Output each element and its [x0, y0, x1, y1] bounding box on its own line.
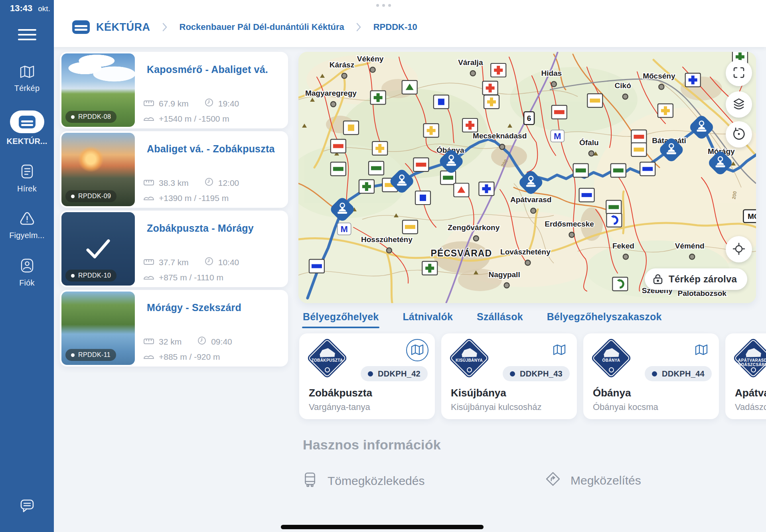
stamp-subtitle: Kisújbányai kulcsosház [451, 402, 541, 412]
breadcrumb-section[interactable]: Rockenbauer Pál Dél-dunántúli Kéktúra [177, 22, 347, 33]
info-column-label: Megközelítés [571, 474, 641, 487]
town-dot [569, 232, 574, 237]
sidebar-item-kektura[interactable]: KEKTÚR... [0, 102, 54, 155]
sidebar-item-label: KEKTÚR... [7, 137, 47, 146]
hills-icon [144, 114, 154, 124]
stamp-card-ap-tva[interactable]: APÁTVARASD-VADÁSZCSÁRDAApátvaVadászc [725, 333, 766, 419]
town-dot [525, 260, 530, 265]
town-dot [623, 254, 628, 259]
route-elevation-value: +885 m / -920 m [159, 352, 220, 362]
town-label: Hosszúhetény [361, 235, 413, 244]
fullscreen-button[interactable] [726, 60, 752, 86]
locate-button[interactable] [726, 236, 752, 262]
blaze-marker-green-stripe [573, 164, 588, 177]
route-card-rpddk-10[interactable]: RPDDK-10Zobákpuszta - Mórágy37.7 km10:40… [60, 211, 288, 287]
svg-text:MÓ: MÓ [748, 212, 756, 221]
layers-button[interactable] [726, 91, 752, 118]
route-card-rpddk-11[interactable]: RPDDK-11Mórágy - Szekszárd32 km09:40+885… [60, 290, 288, 366]
map[interactable]: 200 200 200 KárászVékényVáraljaHidasMőcs… [298, 52, 756, 303]
blaze-marker-green-stripe [369, 162, 384, 175]
blaze-marker-yellow-cross [658, 104, 673, 117]
tab-belyegzohelyszakaszok[interactable]: Bélyegzőhelyszakaszok [546, 311, 663, 328]
map-canvas: 200 200 200 KárászVékényVáraljaHidasMőcs… [298, 52, 756, 303]
stamp-logo-text: APÁTVARASD-VADÁSZCSÁRDA [735, 358, 766, 367]
town-label: Mőcsény [643, 72, 675, 80]
stamp-logo-text: ÓBÁNYA [593, 358, 629, 363]
useful-info-heading: Hasznos információk [303, 437, 441, 453]
tab-belyegzohelyek[interactable]: Bélyegzőhelyek [302, 311, 379, 328]
blaze-marker-blue-cross [479, 182, 494, 195]
town-dot [589, 151, 594, 156]
tab-szallasok[interactable]: Szállások [476, 311, 524, 328]
road-shield: MÓ [743, 210, 756, 223]
breadcrumb-current: RPDDK-10 [371, 22, 420, 33]
sidebar-item-label: Figyelm... [9, 231, 45, 240]
town-label: Kárász [330, 61, 354, 69]
tab-latnivalok[interactable]: Látnivalók [402, 311, 454, 328]
town-dot [551, 81, 557, 87]
stamp-logo: APÁTVARASD-VADÁSZCSÁRDA [732, 337, 766, 380]
blaze-marker-red-cross [491, 63, 506, 77]
route-distance: 32 km [144, 337, 182, 347]
sidebar-item-figyelmeztetesek[interactable]: Figyelm... [0, 202, 54, 249]
multitask-dots[interactable] [376, 4, 391, 7]
reset-rotation-button[interactable] [726, 121, 752, 148]
home-indicator[interactable] [281, 525, 484, 529]
sidebar-item-label: Térkép [14, 84, 39, 93]
map-locked-button[interactable]: Térkép zárolva [645, 268, 747, 290]
svg-text:M: M [341, 224, 348, 234]
town-label: Vékény [357, 55, 384, 63]
show-on-map-button[interactable] [548, 339, 571, 361]
sidebar-item-terkep[interactable]: Térkép [0, 56, 54, 102]
route-photo: RPDDK-09 [61, 133, 135, 206]
chat-button[interactable] [0, 496, 54, 515]
hills-icon [144, 193, 154, 203]
route-duration-value: 09:40 [211, 337, 232, 347]
stamp-card-kis-jb-nya[interactable]: KISÚJBÁNYADDKPH_43KisújbányaKisújbányai … [441, 333, 577, 419]
route-code-badge: RPDDK-10 [65, 270, 116, 282]
route-distance: 38.3 km [144, 178, 189, 188]
fullscreen-icon [733, 67, 745, 80]
blaze-marker-yellow-stripe [587, 94, 602, 107]
blaze-marker-red-stripe [552, 105, 567, 119]
top-bar: KÉKTÚRA Rockenbauer Pál Dél-dunántúli Ké… [54, 0, 766, 47]
blaze-marker-blue-square [434, 95, 449, 108]
route-elevation-value: +1540 m / -1500 m [159, 114, 229, 124]
route-title: Zobákpuszta - Mórágy [147, 223, 254, 234]
route-code-label: RPDDK-11 [78, 351, 111, 359]
route-elevation: +885 m / -920 m [144, 352, 220, 362]
route-card-rpddk-09[interactable]: RPDDK-09Abaliget vá. - Zobákpuszta38.3 k… [60, 131, 288, 208]
route-card-rpddk-08[interactable]: RPDDK-08Kaposmérő - Abaliget vá.67.9 km1… [60, 52, 288, 128]
alert-icon [19, 211, 36, 227]
show-on-map-button[interactable] [690, 339, 713, 361]
info-column-head: Tömegközlekedés [303, 472, 526, 490]
town-dot [659, 84, 664, 89]
stamp-card-zob-kpuszta[interactable]: ZOBÁKPUSZTADDKPH_42ZobákpusztaVargánya-t… [299, 333, 435, 419]
sidebar-item-fiok[interactable]: Fiók [0, 249, 54, 296]
route-stats: 67.9 km19:40 [144, 98, 239, 109]
route-code-badge: RPDDK-11 [65, 349, 116, 361]
stamp-card--b-nya[interactable]: ÓBÁNYADDKPH_44ÓbányaÓbányai kocsma [583, 333, 719, 419]
sidebar-item-hirek[interactable]: Hírek [0, 155, 54, 202]
menu-button[interactable] [0, 29, 54, 41]
route-duration: 12:00 [205, 177, 239, 188]
breadcrumb-root[interactable]: KÉKTÚRA [70, 20, 153, 34]
stamp-logo-emblem [751, 367, 756, 372]
route-icon [546, 472, 560, 489]
chevron-right-icon [162, 23, 168, 32]
blaze-marker-blue-stripe [579, 188, 594, 202]
blaze-marker-red-stripe [631, 130, 646, 144]
route-elevation-stat: +875 m / -1110 m [144, 273, 223, 282]
route-distance-value: 32 km [159, 337, 182, 347]
town-dot [474, 236, 479, 241]
stamp-code-badge: DDKPH_44 [645, 366, 712, 381]
route-code-badge: RPDDK-08 [65, 111, 116, 123]
town-dot [499, 144, 505, 150]
town-label: Véménd [675, 242, 705, 250]
stamp-subtitle: Vargánya-tanya [309, 402, 370, 412]
stamp-logo-emblem [467, 367, 472, 372]
stamp-logo-emblem [609, 367, 614, 372]
route-title: Abaliget vá. - Zobákpuszta [147, 143, 275, 155]
show-on-map-button[interactable] [406, 339, 428, 361]
bridge-icon: M [338, 223, 351, 235]
